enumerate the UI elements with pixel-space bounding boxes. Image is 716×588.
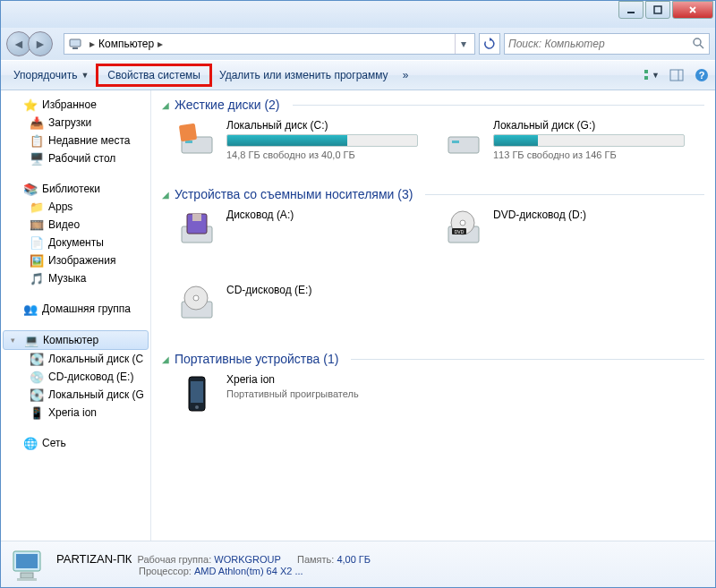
- command-bar: Упорядочить▼ Свойства системы Удалить ил…: [1, 60, 715, 90]
- drive-label: DVD-дисковод (D:): [493, 209, 685, 221]
- content-area: ⭐Избранное 📥Загрузки 📋Недавние места 🖥️Р…: [1, 90, 715, 541]
- drive-icon: 💽: [30, 388, 44, 402]
- drive-usage-bar: [226, 134, 418, 147]
- recent-icon: 📋: [30, 133, 44, 148]
- preview-pane-button[interactable]: [669, 67, 685, 83]
- network-node[interactable]: 🌐Сеть: [1, 434, 150, 452]
- system-properties-button[interactable]: Свойства системы: [96, 64, 212, 87]
- titlebar: [1, 1, 715, 28]
- sidebar-item-videos[interactable]: 🎞️Видео: [1, 216, 150, 234]
- drive-c[interactable]: Локальный диск (C:) 14,8 ГБ свободно из …: [176, 119, 418, 160]
- status-cpu: AMD Athlon(tm) 64 X2 ...: [194, 566, 303, 576]
- svg-rect-0: [627, 12, 635, 13]
- libraries-node[interactable]: 📚Библиотеки: [1, 180, 150, 198]
- device-xperia[interactable]: Xperia ion Портативный проигрыватель: [176, 373, 418, 414]
- sidebar-item-drive-g[interactable]: 💽Локальный диск (G: [1, 386, 150, 404]
- section-header-removable[interactable]: ◢Устройства со съемными носителями (3): [162, 187, 704, 201]
- status-computer-name: PARTIZAN-ПК: [56, 552, 132, 566]
- sidebar-item-music[interactable]: 🎵Музыка: [1, 269, 150, 287]
- svg-rect-16: [179, 124, 197, 141]
- window-controls: [618, 1, 715, 19]
- svg-rect-36: [17, 578, 37, 581]
- sidebar-item-drive-e[interactable]: 💿CD-дисковод (E:): [1, 368, 150, 386]
- collapse-arrow-icon: ◢: [162, 354, 169, 364]
- close-button[interactable]: [672, 1, 713, 19]
- downloads-icon: 📥: [30, 115, 44, 130]
- navigation-row: ◄ ► ▸ Компьютер ▸ ▾: [1, 28, 715, 60]
- sidebar-item-desktop[interactable]: 🖥️Рабочий стол: [1, 149, 150, 167]
- explorer-window: ◄ ► ▸ Компьютер ▸ ▾ Упорядочить▼ Свойств…: [0, 0, 716, 588]
- collapse-arrow-icon: ◢: [162, 100, 169, 110]
- computer-icon: 💻: [24, 333, 38, 347]
- device-type: Портативный проигрыватель: [226, 388, 418, 399]
- drive-label: CD-дисковод (E:): [226, 284, 418, 296]
- navigation-pane: ⭐Избранное 📥Загрузки 📋Недавние места 🖥️Р…: [1, 90, 151, 541]
- address-bar[interactable]: ▸ Компьютер ▸ ▾: [64, 33, 475, 55]
- section-header-hdd[interactable]: ◢Жесткие диски (2): [162, 98, 704, 112]
- homegroup-node[interactable]: 👥Домашняя группа: [1, 300, 150, 318]
- sidebar-item-documents[interactable]: 📄Документы: [1, 234, 150, 251]
- sidebar-item-downloads[interactable]: 📥Загрузки: [1, 114, 150, 132]
- computer-icon: [68, 37, 82, 51]
- hdd-icon: [176, 119, 217, 160]
- computer-node[interactable]: ▾💻Компьютер: [3, 330, 149, 350]
- svg-text:?: ?: [699, 70, 705, 81]
- section-hdd: ◢Жесткие диски (2) Локальный диск (C:) 1…: [162, 98, 704, 169]
- breadcrumb-computer[interactable]: Компьютер: [98, 38, 154, 50]
- forward-button[interactable]: ►: [28, 31, 53, 56]
- sidebar-item-recent[interactable]: 📋Недавние места: [1, 132, 150, 149]
- drive-a[interactable]: Дисковод (A:): [176, 209, 418, 250]
- cd-icon: 💿: [30, 370, 44, 384]
- items-view: ◢Жесткие диски (2) Локальный диск (C:) 1…: [151, 90, 715, 541]
- svg-point-4: [694, 38, 701, 46]
- breadcrumb-sep-icon: ▸: [158, 38, 163, 50]
- svg-rect-21: [192, 214, 201, 221]
- sidebar-item-pictures[interactable]: 🖼️Изображения: [1, 251, 150, 269]
- refresh-button[interactable]: [479, 33, 500, 55]
- drive-free-text: 14,8 ГБ свободно из 40,0 ГБ: [226, 149, 418, 160]
- phone-icon: [176, 373, 217, 414]
- svg-rect-10: [670, 70, 683, 81]
- svg-text:DVD: DVD: [455, 229, 465, 234]
- desktop-icon: 🖥️: [30, 151, 44, 166]
- sidebar-item-drive-c[interactable]: 💽Локальный диск (C: [1, 350, 150, 368]
- drive-d[interactable]: DVD DVD-дисковод (D:): [443, 209, 685, 250]
- homegroup-icon: 👥: [23, 302, 38, 316]
- nav-buttons: ◄ ►: [6, 31, 60, 56]
- toolbar-overflow-button[interactable]: »: [396, 65, 416, 85]
- svg-rect-18: [452, 141, 459, 143]
- drive-icon: 💽: [30, 352, 44, 366]
- drive-g[interactable]: Локальный диск (G:) 113 ГБ свободно из 1…: [443, 119, 685, 160]
- view-options-button[interactable]: ▼: [644, 67, 660, 83]
- search-input[interactable]: [508, 38, 692, 50]
- drive-label: Локальный диск (G:): [493, 119, 685, 132]
- cd-icon: [176, 284, 217, 325]
- svg-line-5: [700, 45, 703, 48]
- drive-label: Локальный диск (C:): [226, 119, 418, 132]
- svg-rect-2: [70, 39, 81, 47]
- svg-rect-34: [16, 554, 38, 568]
- drive-label: Дисковод (A:): [226, 209, 418, 221]
- sidebar-item-apps[interactable]: 📁Apps: [1, 198, 150, 216]
- drive-usage-bar: [493, 134, 685, 147]
- collapse-arrow-icon: ◢: [162, 190, 169, 200]
- help-button[interactable]: ?: [694, 67, 710, 83]
- maximize-button[interactable]: [645, 1, 670, 19]
- search-box[interactable]: [504, 33, 710, 55]
- floppy-icon: [176, 209, 217, 250]
- status-memory: 4,00 ГБ: [337, 554, 371, 565]
- section-header-portable[interactable]: ◢Портативные устройства (1): [162, 352, 704, 366]
- svg-rect-15: [185, 141, 192, 143]
- sidebar-item-xperia[interactable]: 📱Xperia ion: [1, 404, 150, 422]
- drive-e[interactable]: CD-дисковод (E:): [176, 284, 418, 325]
- section-portable: ◢Портативные устройства (1) Xperia ion П…: [162, 352, 704, 423]
- status-workgroup: WORKGROUP: [214, 554, 280, 565]
- svg-rect-17: [448, 137, 479, 153]
- address-dropdown-icon[interactable]: ▾: [455, 34, 471, 54]
- minimize-button[interactable]: [618, 1, 644, 19]
- organize-button[interactable]: Упорядочить▼: [6, 65, 96, 85]
- star-icon: ⭐: [23, 98, 38, 112]
- chevron-down-icon: ▼: [81, 71, 89, 80]
- uninstall-program-button[interactable]: Удалить или изменить программу: [212, 65, 396, 85]
- favorites-node[interactable]: ⭐Избранное: [1, 96, 150, 114]
